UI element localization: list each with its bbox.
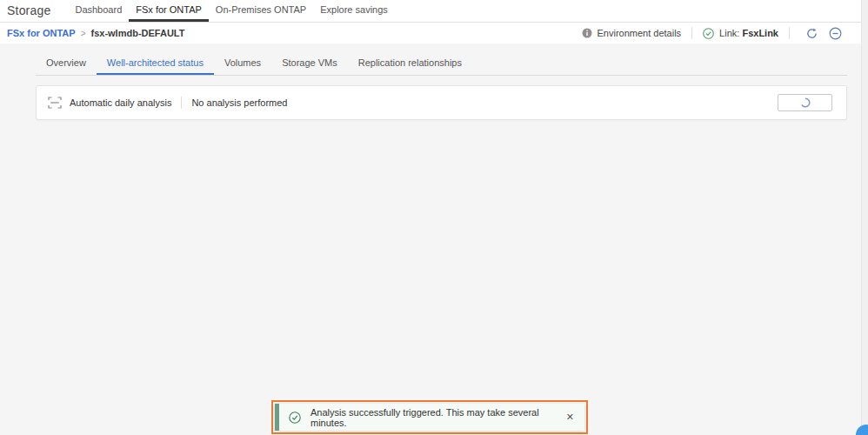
toolbar-divider bbox=[789, 27, 790, 39]
info-icon bbox=[582, 28, 592, 38]
trigger-analysis-button[interactable] bbox=[778, 94, 832, 111]
top-tab-explore-savings[interactable]: Explore savings bbox=[313, 0, 395, 22]
toast-close-icon[interactable]: ✕ bbox=[566, 412, 574, 422]
link-value: FsxLink bbox=[742, 28, 778, 38]
breadcrumb-separator: > bbox=[81, 29, 86, 38]
header-toolbar: Environment details Link: FsxLink bbox=[582, 27, 848, 40]
analysis-card-status: No analysis performed bbox=[191, 97, 287, 108]
card-divider bbox=[181, 97, 182, 109]
top-tab-fsx-for-ontap[interactable]: FSx for ONTAP bbox=[129, 0, 209, 22]
tab-storage-vms[interactable]: Storage VMs bbox=[271, 53, 348, 75]
scrollbar[interactable] bbox=[861, 0, 868, 435]
top-tab-dashboard[interactable]: Dashboard bbox=[68, 0, 129, 22]
scan-frame-icon bbox=[48, 97, 62, 109]
environment-details-button[interactable]: Environment details bbox=[582, 28, 682, 38]
top-nav-tabs: Dashboard FSx for ONTAP On-Premises ONTA… bbox=[68, 0, 394, 22]
tab-volumes[interactable]: Volumes bbox=[214, 53, 271, 75]
link-label: Link: FsxLink bbox=[719, 28, 778, 38]
check-circle-icon bbox=[703, 28, 714, 39]
automatic-analysis-card: Automatic daily analysis No analysis per… bbox=[36, 85, 847, 120]
toolbar-divider bbox=[691, 27, 692, 39]
analysis-card-title: Automatic daily analysis bbox=[70, 97, 171, 108]
app-title: Storage bbox=[0, 0, 50, 22]
success-toast: Analysis successfully triggered. This ma… bbox=[275, 404, 584, 431]
loading-spinner-icon bbox=[800, 97, 811, 108]
toast-highlight-annotation: Analysis successfully triggered. This ma… bbox=[271, 400, 588, 434]
collapse-button[interactable] bbox=[829, 27, 842, 40]
content-tab-bar: Overview Well-architected status Volumes… bbox=[36, 53, 847, 76]
tab-overview[interactable]: Overview bbox=[36, 53, 97, 75]
link-status-button[interactable]: Link: FsxLink bbox=[703, 28, 778, 39]
breadcrumb-current: fsx-wlmdb-DEFAULT bbox=[90, 28, 184, 38]
breadcrumb-parent-link[interactable]: FSx for ONTAP bbox=[7, 28, 76, 38]
tab-well-architected-status[interactable]: Well-architected status bbox=[97, 53, 214, 75]
top-tab-on-premises-ontap[interactable]: On-Premises ONTAP bbox=[209, 0, 313, 22]
breadcrumb-bar: FSx for ONTAP > fsx-wlmdb-DEFAULT Enviro… bbox=[0, 23, 861, 44]
top-header: Storage Dashboard FSx for ONTAP On-Premi… bbox=[0, 0, 861, 23]
main-area: Overview Well-architected status Volumes… bbox=[0, 44, 861, 435]
refresh-button[interactable] bbox=[805, 27, 818, 40]
toast-check-circle-icon bbox=[289, 412, 301, 424]
refresh-icon bbox=[805, 27, 818, 40]
environment-details-label: Environment details bbox=[598, 28, 682, 38]
toast-message: Analysis successfully triggered. This ma… bbox=[310, 407, 566, 428]
tab-replication-relationships[interactable]: Replication relationships bbox=[348, 53, 472, 75]
minus-circle-icon bbox=[829, 27, 842, 40]
